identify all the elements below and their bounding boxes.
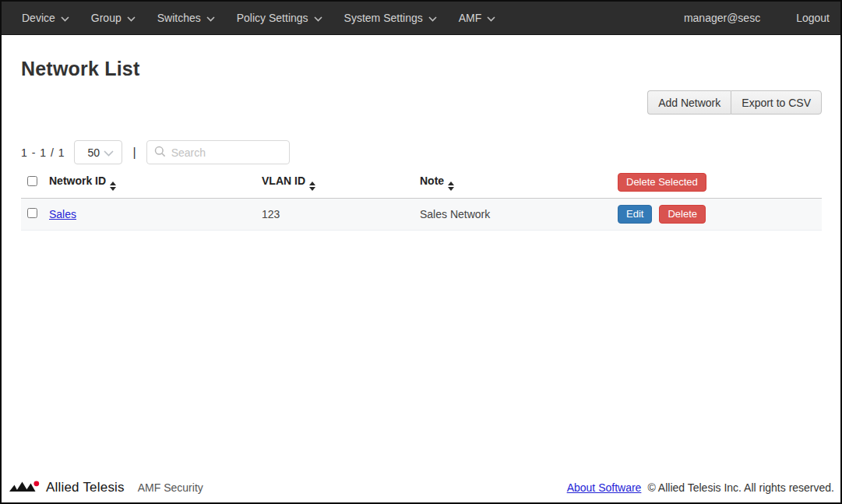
sort-icon [110,182,116,191]
allied-telesis-logo-icon [9,480,41,496]
navbar-menus: Device Group Switches Policy Settings Sy… [11,2,684,35]
vlan-id-cell: 123 [262,199,420,231]
menu-switches[interactable]: Switches [146,2,226,35]
add-network-button[interactable]: Add Network [647,90,731,115]
column-header-note[interactable]: Note [420,170,618,199]
menu-system-settings[interactable]: System Settings [333,2,448,35]
toolbar-button-group: Add Network Export to CSV [647,90,822,115]
about-software-link[interactable]: About Software [567,481,642,494]
edit-button[interactable]: Edit [618,205,652,224]
delete-selected-button[interactable]: Delete Selected [618,173,706,192]
menu-group[interactable]: Group [80,2,146,35]
row-checkbox[interactable] [27,208,37,218]
sort-icon [448,182,454,191]
copyright-text: © Allied Telesis Inc. All rights reserve… [647,481,834,494]
chevron-down-icon [104,146,114,159]
pagination-range: 1 - 1 / 1 [21,146,65,159]
chevron-down-icon [127,12,136,24]
list-controls: 1 - 1 / 1 50 | [21,140,822,164]
menu-device[interactable]: Device [11,2,80,35]
menu-device-label: Device [22,12,55,24]
menu-system-settings-label: System Settings [344,12,423,24]
network-list-page: { "navbar": { "menus": [ { "label": "Dev… [0,0,842,504]
toolbar: Add Network Export to CSV [21,90,822,115]
search-box [146,140,290,164]
chevron-down-icon [487,12,495,24]
page-size-value: 50 [87,146,100,159]
brand-name: Allied Telesis [46,480,125,495]
table-row: Sales 123 Sales Network Edit Delete [21,199,822,231]
network-table: Network ID VLAN ID Note Delete Selected … [21,170,822,231]
footer: Allied Telesis AMF Security About Softwa… [2,476,840,502]
navbar-right: manager@sesc Logout [684,12,830,24]
main-content: Network List Add Network Export to CSV 1… [2,58,840,231]
menu-switches-label: Switches [157,12,201,24]
footer-right: About Software © Allied Telesis Inc. All… [567,481,834,494]
menu-group-label: Group [91,12,122,24]
column-header-network-id[interactable]: Network ID [49,170,262,199]
page-size-select[interactable]: 50 [74,140,122,164]
export-csv-button[interactable]: Export to CSV [731,90,822,115]
note-cell: Sales Network [420,199,618,231]
select-all-checkbox[interactable] [27,176,37,186]
search-input[interactable] [171,146,283,159]
delete-button[interactable]: Delete [659,205,706,224]
chevron-down-icon [428,12,437,24]
menu-amf[interactable]: AMF [448,2,507,35]
menu-policy-settings-label: Policy Settings [237,12,308,24]
row-actions: Edit Delete [618,205,822,224]
top-navbar: Device Group Switches Policy Settings Sy… [2,2,840,35]
logged-in-user: manager@sesc [684,12,760,24]
separator: | [132,146,136,160]
column-header-vlan-id[interactable]: VLAN ID [262,170,420,199]
logout-button[interactable]: Logout [796,12,830,24]
product-name: AMF Security [138,481,203,494]
menu-amf-label: AMF [459,12,482,24]
brand: Allied Telesis AMF Security [9,480,203,496]
menu-policy-settings[interactable]: Policy Settings [226,2,333,35]
column-header-actions: Delete Selected [618,170,822,199]
chevron-down-icon [314,12,322,24]
sort-icon [309,182,315,191]
network-link[interactable]: Sales [49,208,76,220]
table-header-row: Network ID VLAN ID Note Delete Selected [21,170,822,199]
search-icon [154,146,166,160]
page-title: Network List [21,58,822,80]
chevron-down-icon [61,12,69,24]
chevron-down-icon [206,12,215,24]
